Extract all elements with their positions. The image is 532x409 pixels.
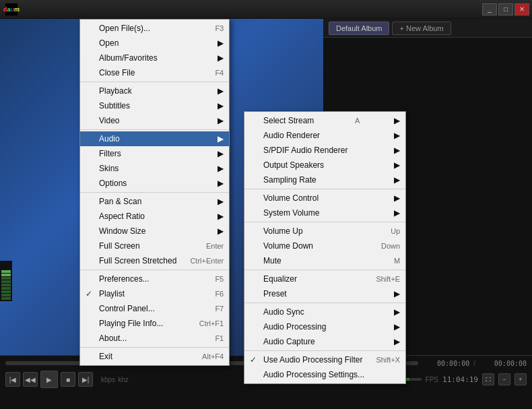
main-menu-item-video[interactable]: Video▶ [80, 113, 229, 128]
audio-menu-separator [244, 350, 405, 351]
menu-item-label: Full Screen Stretched [99, 256, 176, 265]
audio-menu-item-label: Audio Capture [263, 337, 315, 346]
rewind-button[interactable]: ◀◀ [23, 372, 38, 387]
submenu-arrow-icon: ▶ [211, 149, 224, 158]
menu-item-label: Exit [99, 352, 112, 361]
audio-menu-item-label: Output Speakers [263, 160, 324, 170]
menu-item-label: Pan & Scan [99, 197, 141, 206]
vol-up-button[interactable]: + [514, 373, 527, 385]
audio-menu-item-system-volume[interactable]: System Volume▶ [244, 206, 405, 220]
audio-menu-item-equalizer[interactable]: EqualizerShift+E [244, 272, 405, 286]
audio-submenu-arrow-icon: ▶ [387, 208, 400, 218]
audio-menu-item-label: Volume Control [263, 193, 319, 203]
menu-item-shortcut: F1 [201, 334, 224, 342]
audio-menu-item-shortcut: A [341, 117, 360, 125]
menu-item-label: About... [99, 334, 127, 343]
audio-menu-item-volume-up[interactable]: Volume UpUp [244, 224, 405, 239]
menu-separator [80, 192, 229, 193]
album-bar: Default Album + New Album [323, 19, 532, 38]
main-menu-item-open-file-s----[interactable]: Open File(s)...F3 [80, 21, 229, 36]
menu-item-label: Album/Favorites [99, 53, 158, 63]
main-menu-item-about---[interactable]: About...F1 [80, 331, 229, 346]
menu-item-shortcut: Alt+F4 [189, 352, 224, 360]
audio-menu-item-audio-processing-settings---[interactable]: Audio Processing Settings... [244, 367, 405, 382]
audio-menu-item-label: Audio Processing Settings... [263, 370, 364, 379]
audio-menu-separator [244, 189, 405, 189]
main-menu-item-full-screen[interactable]: Full ScreenEnter [80, 239, 229, 253]
checkmark-icon: ✓ [250, 355, 257, 365]
audio-menu-item-output-speakers[interactable]: Output Speakers▶ [244, 158, 405, 172]
audio-menu-item-mute[interactable]: MuteM [244, 253, 405, 268]
next-button[interactable]: ▶| [78, 372, 93, 387]
main-menu-item-close-file[interactable]: Close FileF4 [80, 65, 229, 80]
main-menu-item-playback[interactable]: Playback▶ [80, 84, 229, 98]
menu-separator [80, 270, 229, 270]
audio-menu-separator [244, 222, 405, 222]
audio-menu-item-audio-processing[interactable]: Audio Processing▶ [244, 319, 405, 334]
audio-menu-item-s-pdif-audio-renderer[interactable]: S/PDIF Audio Renderer▶ [244, 143, 405, 158]
stop-button[interactable]: ■ [61, 372, 75, 387]
menu-separator [80, 82, 229, 82]
submenu-arrow-icon: ▶ [211, 164, 224, 173]
audio-menu-item-preset[interactable]: Preset▶ [244, 286, 405, 301]
main-menu-item-playing-file-info---[interactable]: Playing File Info...Ctrl+F1 [80, 316, 229, 331]
audio-menu-item-use-audio-processing-filter[interactable]: ✓Use Audio Processing FilterShift+X [244, 352, 405, 367]
audio-menu-item-select-stream[interactable]: Select StreamA▶ [244, 113, 405, 128]
main-menu-item-window-size[interactable]: Window Size▶ [80, 224, 229, 239]
main-menu-item-open[interactable]: Open▶ [80, 36, 229, 51]
submenu-arrow-icon: ▶ [211, 116, 224, 125]
submenu-arrow-icon: ▶ [211, 179, 224, 188]
fullscreen-button[interactable]: ⛶ [482, 373, 494, 385]
main-menu-item-skins[interactable]: Skins▶ [80, 161, 229, 176]
main-menu-item-subtitles[interactable]: Subtitles▶ [80, 98, 229, 113]
menu-item-label: Filters [99, 149, 121, 158]
title-bar: daum _ □ ✕ [0, 0, 532, 19]
app-logo: daum [5, 3, 18, 15]
maximize-button[interactable]: □ [498, 3, 513, 15]
audio-menu-item-audio-sync[interactable]: Audio Sync▶ [244, 305, 405, 319]
menu-item-label: Subtitles [99, 101, 130, 111]
audio-submenu-arrow-icon: ▶ [387, 322, 400, 332]
audio-menu-item-volume-down[interactable]: Volume DownDown [244, 239, 405, 253]
main-menu-item-aspect-ratio[interactable]: Aspect Ratio▶ [80, 209, 229, 224]
main-menu-item-preferences---[interactable]: Preferences...F5 [80, 272, 229, 286]
main-menu-item-playlist[interactable]: ✓PlaylistF6 [80, 286, 229, 301]
menu-item-label: Playing File Info... [99, 319, 163, 328]
main-menu-item-filters[interactable]: Filters▶ [80, 146, 229, 161]
main-menu-item-album-favorites[interactable]: Album/Favorites▶ [80, 51, 229, 65]
main-menu-item-pan---scan[interactable]: Pan & Scan▶ [80, 194, 229, 209]
audio-menu-item-label: Audio Sync [263, 307, 304, 317]
submenu-arrow-icon: ▶ [211, 134, 224, 144]
audio-menu-item-label: Preset [263, 289, 287, 298]
default-album-button[interactable]: Default Album [329, 22, 389, 35]
audio-menu-item-audio-capture[interactable]: Audio Capture▶ [244, 334, 405, 349]
audio-submenu-arrow-icon: ▶ [387, 193, 400, 203]
menu-item-label: Close File [99, 68, 135, 77]
menu-item-label: Playback [99, 86, 132, 96]
audio-menu-item-audio-renderer[interactable]: Audio Renderer▶ [244, 128, 405, 143]
new-album-button[interactable]: + New Album [392, 22, 451, 35]
main-menu-item-audio[interactable]: Audio▶ [80, 131, 229, 146]
audio-menu-item-label: Audio Renderer [263, 131, 320, 140]
logo-box: daum [5, 3, 18, 15]
minimize-button[interactable]: _ [482, 3, 497, 15]
prev-button[interactable]: |◀ [5, 372, 20, 387]
close-button[interactable]: ✕ [514, 3, 529, 15]
audio-submenu-arrow-icon: ▶ [387, 337, 400, 346]
audio-menu-item-label: Select Stream [263, 116, 314, 125]
audio-menu-item-sampling-rate[interactable]: Sampling Rate▶ [244, 172, 405, 187]
menu-item-label: Full Screen [99, 241, 140, 251]
audio-submenu-arrow-icon: ▶ [387, 160, 400, 170]
play-button[interactable]: ▶ [40, 371, 58, 388]
vol-down-button[interactable]: − [498, 373, 510, 385]
submenu-arrow-icon: ▶ [211, 197, 224, 206]
menu-item-shortcut: F4 [201, 69, 224, 77]
audio-menu-item-shortcut: Up [377, 227, 400, 235]
audio-menu-item-label: Mute [263, 256, 281, 265]
audio-menu-item-volume-control[interactable]: Volume Control▶ [244, 191, 405, 206]
main-menu-item-exit[interactable]: ExitAlt+F4 [80, 349, 229, 364]
main-menu-item-control-panel---[interactable]: Control Panel...F7 [80, 301, 229, 316]
main-menu-item-full-screen-stretched[interactable]: Full Screen StretchedCtrl+Enter [80, 253, 229, 268]
main-menu-item-options[interactable]: Options▶ [80, 176, 229, 191]
audio-menu-item-label: Audio Processing [263, 322, 326, 332]
